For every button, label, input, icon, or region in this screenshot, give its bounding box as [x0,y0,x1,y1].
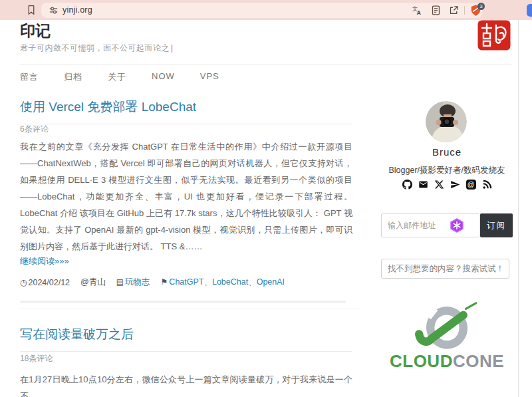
bookmark-icon[interactable] [25,4,37,16]
tag-links[interactable]: ChatGPT、LobeChat、OpenAI [169,277,285,287]
password-extension-icon[interactable] [449,217,465,233]
article-meta: ◷2024/02/12 @青山 ▤玩物志 ⚑ChatGPT、LobeChat、O… [20,277,285,288]
clock-icon: ◷ [20,278,27,287]
article-excerpt: 在1月27日晚上10点10分左右，微信公众号上一篇文章阅读量破万，对于我来说是一… [20,371,352,397]
comment-count[interactable]: 6条评论 [20,124,49,135]
seal-logo[interactable] [477,20,511,51]
comment-count[interactable]: 18条评论 [20,353,53,364]
typing-cursor: | [171,43,174,53]
reader-mode-icon[interactable] [430,5,442,16]
mail-icon[interactable] [418,180,428,190]
avatar[interactable] [426,101,467,142]
article-title[interactable]: 写在阅读量破万之后 [20,326,352,352]
meta-date: ◷2024/02/12 [20,278,70,287]
cloudcone-wordmark[interactable]: CLOUDCONE [381,351,513,372]
rss-icon[interactable] [482,180,492,190]
nav-item-about[interactable]: 关于 [108,71,126,83]
x-icon[interactable] [434,180,444,190]
toolbar-separator [464,6,465,15]
category-link[interactable]: 玩物志 [125,277,150,287]
mastodon-icon[interactable]: @ [466,180,476,190]
subscribe-button[interactable]: 订阅 [480,213,513,237]
shield-badge: 3 [477,3,485,10]
nav-item-guestbook[interactable]: 留言 [20,71,39,83]
article-title[interactable]: 使用 Vercel 免费部署 LobeChat [20,98,352,124]
article-excerpt: 我在之前的文章《充分发挥 ChatGPT 在日常生活中的作用》中介绍过一款开源项… [20,138,352,255]
date-text: 2024/02/12 [28,278,70,287]
telegram-icon[interactable] [450,180,460,190]
meta-category: ▤玩物志 [116,277,150,288]
meta-author: @青山 [80,277,106,288]
browser-window: yinji.org 文 A 3 [0,0,532,397]
category-icon: ▤ [116,277,124,287]
cloudcone-logo[interactable] [407,301,487,352]
nav-item-archive[interactable]: 归档 [64,71,82,83]
address-bar[interactable]: yinji.org 文 A 3 [41,3,482,18]
browser-toolbar: yinji.org 文 A 3 [0,0,532,20]
profile-bio: Blogger/摄影爱好者/数码发烧友 [381,165,513,176]
site-controls-icon[interactable] [49,5,59,15]
cloudcone-word-cone: CONE [453,351,504,371]
main-nav: 留言 归档 关于 NOW VPS [20,64,512,83]
github-icon[interactable] [402,180,412,190]
tagline-text: 君子可内敛不可懦弱，面不公可起而论之 [20,43,170,53]
article-divider-thin [20,308,360,309]
avatar-image [426,101,467,142]
nav-item-now[interactable]: NOW [152,71,175,83]
scrollbar[interactable] [518,20,519,397]
search-input[interactable] [381,259,509,279]
site-title[interactable]: 印记 [20,21,51,41]
tag-icon: ⚑ [161,277,168,287]
translate-icon[interactable]: 文 A [412,5,423,16]
url-text[interactable]: yinji.org [63,5,92,15]
subscribe-widget: 订阅 [381,213,513,237]
extension-icon-sliver[interactable] [527,4,532,17]
svg-text:A: A [417,10,421,16]
read-more-link[interactable]: 继续阅读»»» [20,255,69,267]
cloudcone-word-cloud: CLOUD [390,351,453,371]
share-icon[interactable] [448,5,460,16]
meta-tags: ⚑ChatGPT、LobeChat、OpenAI [161,277,285,288]
nav-item-vps[interactable]: VPS [200,71,219,83]
site-tagline: 君子可内敛不可懦弱，面不公可起而论之| [20,43,174,54]
social-links: @ [381,180,513,190]
profile-name: Bruce [381,146,513,158]
article-divider [20,301,346,303]
